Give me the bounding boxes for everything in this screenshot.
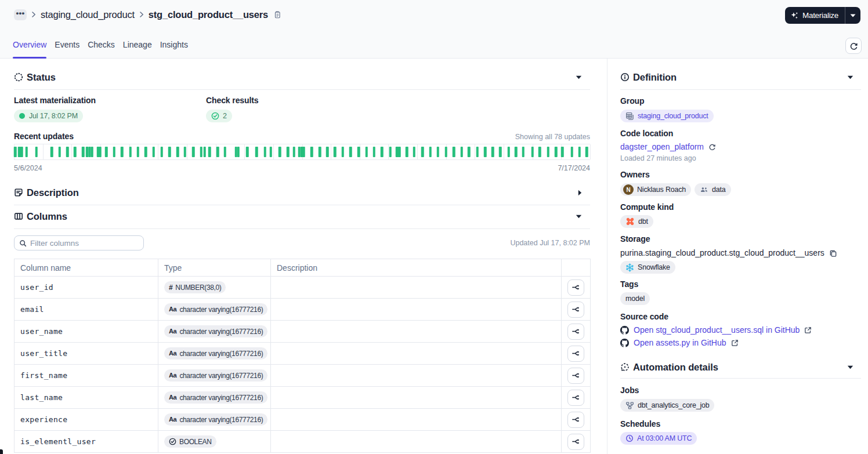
breadcrumb-group-link[interactable]: staging_cloud_product xyxy=(41,9,135,20)
tab-events[interactable]: Events xyxy=(55,40,79,59)
materialization-bar[interactable] xyxy=(570,147,573,157)
materialization-bar[interactable] xyxy=(326,147,329,157)
materialization-bar[interactable] xyxy=(121,147,124,157)
materialization-bar[interactable] xyxy=(561,147,564,157)
materialization-bar[interactable] xyxy=(91,147,94,157)
job-pill[interactable]: dbt_analytics_core_job xyxy=(620,399,714,412)
materialization-bar[interactable] xyxy=(176,147,179,157)
materialization-bar[interactable] xyxy=(491,147,494,157)
materialization-bar[interactable] xyxy=(137,147,140,157)
materialization-bar[interactable] xyxy=(168,147,171,157)
schedule-pill[interactable]: At 03:00 AM UTC xyxy=(620,432,697,445)
materialization-bar[interactable] xyxy=(522,147,525,157)
filter-columns-input[interactable] xyxy=(30,239,139,248)
materialization-bar[interactable] xyxy=(255,147,258,157)
materialization-bar[interactable] xyxy=(538,147,541,157)
materialization-bar[interactable] xyxy=(515,147,518,157)
materialization-bar[interactable] xyxy=(531,147,534,157)
materialization-bar[interactable] xyxy=(319,147,321,157)
status-collapse-chevron-icon[interactable] xyxy=(576,75,582,79)
materialization-bar[interactable] xyxy=(578,147,581,157)
source-code-link[interactable]: Open stg_cloud_product__users.sql in Git… xyxy=(634,325,800,335)
materialization-bar[interactable] xyxy=(406,147,408,157)
materialization-bar[interactable] xyxy=(365,147,368,157)
materialization-bar[interactable] xyxy=(113,147,116,157)
materialization-bar[interactable] xyxy=(555,147,558,157)
materialization-bar[interactable] xyxy=(200,147,202,157)
storage-platform-pill[interactable]: Snowflake xyxy=(620,261,675,274)
materialization-bar[interactable] xyxy=(237,147,240,157)
copy-storage-path-icon[interactable] xyxy=(829,249,837,257)
materialization-bar[interactable] xyxy=(310,147,313,157)
materialization-bar[interactable] xyxy=(246,147,249,157)
column-lineage-button[interactable] xyxy=(567,412,584,428)
refresh-button[interactable] xyxy=(845,38,862,54)
materialization-bar[interactable] xyxy=(216,147,219,157)
materialization-bar[interactable] xyxy=(129,147,132,157)
materialization-bar[interactable] xyxy=(152,147,155,157)
materialization-bar[interactable] xyxy=(499,147,502,157)
materialization-bar[interactable] xyxy=(341,147,344,157)
materialization-bar[interactable] xyxy=(160,147,163,157)
materialization-bar[interactable] xyxy=(421,147,424,157)
recent-updates-timeline[interactable] xyxy=(14,144,590,160)
materialization-bar[interactable] xyxy=(413,147,416,157)
column-lineage-button[interactable] xyxy=(567,434,584,450)
column-lineage-button[interactable] xyxy=(567,390,584,406)
materialization-bar[interactable] xyxy=(224,147,227,157)
materialization-bar[interactable] xyxy=(66,147,69,157)
source-code-link[interactable]: Open assets.py in GitHub xyxy=(634,338,726,348)
materialization-bar[interactable] xyxy=(14,147,17,157)
column-lineage-button[interactable] xyxy=(567,346,584,362)
materialization-bar[interactable] xyxy=(460,147,463,157)
materialize-dropdown-button[interactable] xyxy=(845,7,860,24)
tab-overview[interactable]: Overview xyxy=(13,40,46,59)
materialization-bar[interactable] xyxy=(437,147,440,157)
materialization-bar[interactable] xyxy=(476,147,479,157)
copy-asset-name-icon[interactable] xyxy=(273,10,281,19)
code-location-link[interactable]: dagster_open_platform xyxy=(620,142,704,152)
column-lineage-button[interactable] xyxy=(567,302,584,318)
materialization-bar[interactable] xyxy=(263,147,266,157)
latest-materialization-pill[interactable]: Jul 17, 8:02 PM xyxy=(14,110,83,122)
materialization-bar[interactable] xyxy=(381,147,384,157)
materialization-bar[interactable] xyxy=(184,147,187,157)
materialization-bar[interactable] xyxy=(269,147,272,157)
group-pill[interactable]: staging_cloud_product xyxy=(620,110,714,122)
materialization-bar[interactable] xyxy=(99,147,102,157)
materialization-bar[interactable] xyxy=(508,147,511,157)
materialization-bar[interactable] xyxy=(58,147,61,157)
automation-collapse-chevron-icon[interactable] xyxy=(847,365,853,369)
materialization-bar[interactable] xyxy=(349,147,352,157)
tab-checks[interactable]: Checks xyxy=(88,40,115,59)
tab-insights[interactable]: Insights xyxy=(160,40,188,59)
description-section-header[interactable]: Description xyxy=(14,185,590,200)
materialization-bar[interactable] xyxy=(484,147,487,157)
materialization-bar[interactable] xyxy=(585,147,588,157)
column-lineage-button[interactable] xyxy=(567,368,584,384)
breadcrumb-ellipsis-button[interactable]: ••• xyxy=(14,9,27,20)
reload-code-location-icon[interactable] xyxy=(708,143,716,151)
materialization-bar[interactable] xyxy=(357,147,360,157)
materialization-bar[interactable] xyxy=(293,147,296,157)
materialization-bar[interactable] xyxy=(389,147,392,157)
materialization-bar[interactable] xyxy=(204,147,207,157)
columns-collapse-chevron-icon[interactable] xyxy=(576,215,582,219)
definition-collapse-chevron-icon[interactable] xyxy=(847,75,853,79)
materialization-bar[interactable] xyxy=(287,147,290,157)
tab-lineage[interactable]: Lineage xyxy=(123,40,152,59)
tag-pill-model[interactable]: model xyxy=(620,292,650,305)
materialization-bar[interactable] xyxy=(453,147,455,157)
materialization-bar[interactable] xyxy=(279,147,281,157)
materialization-bar[interactable] xyxy=(35,147,38,157)
materialization-bar[interactable] xyxy=(192,147,195,157)
materialization-bar[interactable] xyxy=(373,147,376,157)
materialization-bar[interactable] xyxy=(445,147,448,157)
materialization-bar[interactable] xyxy=(468,147,471,157)
check-results-pill[interactable]: 2 xyxy=(206,110,232,122)
compute-kind-pill[interactable]: dbt xyxy=(620,215,653,228)
materialize-button[interactable]: Materialize xyxy=(785,7,845,24)
materialization-bar[interactable] xyxy=(302,147,305,157)
materialization-bar[interactable] xyxy=(82,147,85,157)
materialization-bar[interactable] xyxy=(74,147,77,157)
